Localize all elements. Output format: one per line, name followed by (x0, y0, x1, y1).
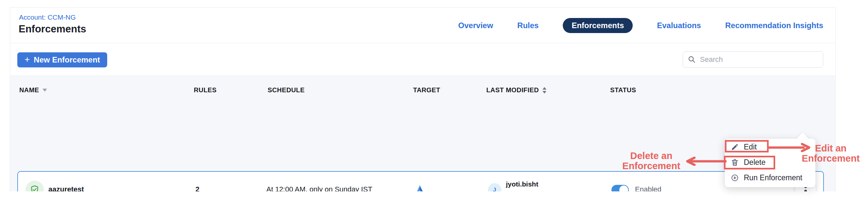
enforcements-page: Account: CCM-NG Enforcements Overview Ru… (0, 0, 868, 212)
tab-enforcements[interactable]: Enforcements (563, 18, 633, 33)
nav-tabs: Overview Rules Enforcements Evaluations … (458, 18, 823, 33)
sort-updown-icon (542, 87, 547, 94)
menu-item-run-label: Run Enforcement (744, 174, 802, 182)
menu-caret (797, 132, 809, 139)
column-header-target: TARGET (413, 86, 440, 94)
avatar: J (488, 183, 501, 191)
modified-at: 2025-01-31 05:01 PM (506, 190, 569, 191)
kebab-dot (804, 190, 807, 192)
enforcements-table: NAME RULES SCHEDULE TARGET LAST MODIFIED… (10, 76, 835, 191)
delete-annotation-text: Delete an Enforcement (619, 151, 684, 171)
column-header-name-label: NAME (19, 86, 39, 94)
delete-annotation-arrow (681, 157, 726, 166)
tab-recommendation-insights[interactable]: Recommendation Insights (725, 21, 823, 30)
toggle-knob (619, 186, 628, 191)
tab-evaluations[interactable]: Evaluations (657, 21, 701, 30)
schedule-text: At 12:00 AM, only on Sunday IST (266, 172, 372, 191)
status-toggle[interactable] (612, 185, 629, 191)
new-enforcement-button[interactable]: + New Enforcement (17, 52, 107, 68)
status-label: Enabled (635, 172, 661, 191)
column-header-name[interactable]: NAME (19, 86, 47, 94)
delete-annotation-line2: Enforcement (619, 161, 684, 171)
column-header-last-modified[interactable]: LAST MODIFIED (486, 86, 547, 94)
azure-icon (414, 184, 425, 191)
edit-annotation-line1: Edit an (798, 143, 863, 154)
table-row[interactable]: aazuretest 2 At 12:00 AM, only on Sunday… (17, 171, 824, 191)
new-enforcement-label: New Enforcement (34, 55, 100, 64)
shield-check-icon (29, 185, 40, 191)
page-title: Enforcements (19, 23, 86, 35)
column-header-last-modified-label: LAST MODIFIED (486, 86, 539, 94)
search-input[interactable] (700, 55, 818, 64)
tab-rules[interactable]: Rules (517, 21, 538, 30)
edit-highlight-box (725, 140, 769, 153)
edit-annotation-line2: Enforcement (798, 154, 863, 164)
column-header-schedule: SCHEDULE (268, 86, 305, 94)
header-divider (10, 43, 835, 43)
search-icon (688, 55, 696, 64)
column-header-status: STATUS (610, 86, 636, 94)
target-cell (414, 172, 425, 191)
account-breadcrumb[interactable]: Account: CCM-NG (19, 14, 76, 21)
delete-highlight-box (724, 156, 775, 169)
modified-by: jyoti.bisht (506, 180, 569, 188)
sort-caret-icon (42, 89, 47, 91)
play-circle-icon (731, 174, 739, 182)
search-box[interactable] (683, 51, 823, 68)
rules-count: 2 (195, 172, 199, 191)
column-header-rules: RULES (194, 86, 217, 94)
tab-overview[interactable]: Overview (458, 21, 493, 30)
enforcement-name[interactable]: aazuretest (49, 172, 84, 191)
plus-icon: + (25, 55, 30, 64)
edit-annotation-text: Edit an Enforcement (798, 143, 863, 164)
last-modified-cell: jyoti.bisht 2025-01-31 05:01 PM (506, 180, 569, 191)
menu-item-run-enforcement[interactable]: Run Enforcement (725, 170, 815, 186)
delete-annotation-line1: Delete an (619, 151, 684, 161)
enforcement-status-circle (26, 181, 44, 191)
